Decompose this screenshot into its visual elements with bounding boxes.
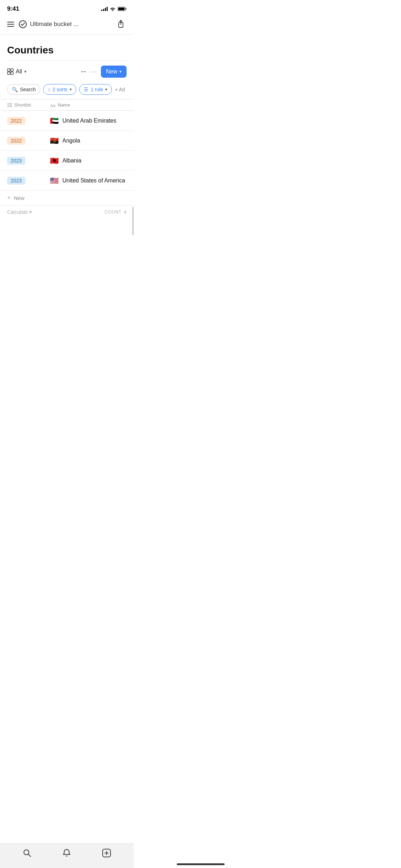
name-column-header: Aa Name — [50, 102, 127, 108]
nav-left: Ultimate bucket ... — [7, 20, 78, 29]
cell-name-0: 🇦🇪United Arab Emirates — [50, 117, 127, 125]
count-value: 4 — [124, 209, 127, 215]
share-button[interactable] — [115, 19, 127, 30]
sorts-chevron-icon: ▾ — [70, 87, 72, 92]
svg-rect-1 — [118, 8, 125, 10]
search-filter-icon: 🔍 — [12, 87, 18, 92]
add-row-footer: + New — [0, 191, 134, 205]
new-button-label: New — [106, 68, 117, 75]
count-label: COUNT — [105, 210, 122, 215]
country-name-2: Albania — [62, 157, 81, 164]
nav-bar: Ultimate bucket ... — [0, 16, 134, 35]
table-row[interactable]: 2022🇦🇪United Arab Emirates — [0, 111, 134, 131]
scroll-indicator — [132, 207, 134, 235]
name-column-icon: Aa — [50, 103, 56, 108]
name-column-label: Name — [58, 102, 70, 108]
calculate-label: Calculate — [7, 209, 28, 215]
battery-icon — [118, 7, 127, 11]
grid-view-icon — [7, 68, 14, 75]
table-rows: 2022🇦🇪United Arab Emirates2022🇦🇴Angola20… — [0, 111, 134, 191]
flag-icon-3: 🇺🇸 — [50, 176, 59, 185]
toolbar-right: ⤢ ··· New ▾ — [81, 66, 127, 78]
share-icon — [117, 20, 125, 29]
country-name-1: Angola — [62, 138, 80, 144]
view-selector[interactable]: All ▾ — [7, 68, 26, 75]
cell-shortlist-0: 2022 — [7, 117, 50, 125]
table-row[interactable]: 2023🇦🇱Albania — [0, 151, 134, 171]
page-title: Countries — [7, 45, 127, 56]
add-filter-label: + Ad — [115, 87, 125, 92]
nav-title-group: Ultimate bucket ... — [19, 20, 78, 29]
more-options-icon[interactable]: ··· — [90, 68, 97, 76]
flag-icon-0: 🇦🇪 — [50, 117, 59, 125]
country-name-0: United Arab Emirates — [62, 118, 116, 124]
count-display: COUNT 4 — [105, 209, 127, 215]
cell-name-3: 🇺🇸United States of America — [50, 176, 127, 185]
table-header: Shortlist Aa Name — [0, 99, 134, 111]
search-filter-label: Search — [20, 87, 36, 92]
svg-rect-4 — [7, 69, 10, 71]
add-row-plus-icon: + — [7, 194, 11, 202]
filter-bar: 🔍 Search ↕ 2 sorts ▾ ☰ 1 rule ▾ + Ad — [0, 83, 134, 99]
table: Shortlist Aa Name 2022🇦🇪United Arab Emir… — [0, 99, 134, 218]
status-icons — [101, 7, 127, 11]
status-time: 9:41 — [7, 5, 19, 12]
toolbar-left: All ▾ — [7, 68, 26, 75]
cell-shortlist-1: 2022 — [7, 137, 50, 145]
table-row[interactable]: 2023🇺🇸United States of America — [0, 171, 134, 191]
sorts-filter-label: 2 sorts — [52, 87, 67, 92]
add-filter-button[interactable]: + Ad — [115, 87, 125, 92]
svg-rect-5 — [11, 69, 13, 71]
cell-shortlist-2: 2023 — [7, 157, 50, 165]
add-row-label: New — [14, 195, 25, 201]
svg-rect-7 — [11, 72, 13, 74]
cell-name-2: 🇦🇱Albania — [50, 156, 127, 165]
search-filter-chip[interactable]: 🔍 Search — [7, 84, 40, 95]
new-button[interactable]: New ▾ — [101, 66, 127, 78]
svg-point-2 — [19, 21, 26, 28]
rule-filter-chip[interactable]: ☰ 1 rule ▾ — [79, 84, 112, 95]
wifi-icon — [110, 7, 115, 11]
new-button-chevron-icon: ▾ — [119, 69, 122, 74]
add-new-row-button[interactable]: + New — [7, 194, 25, 202]
status-bar: 9:41 — [0, 0, 134, 16]
svg-text:Aa: Aa — [50, 103, 55, 108]
rule-filter-icon: ☰ — [84, 87, 88, 92]
shortlist-column-header: Shortlist — [7, 102, 50, 108]
view-chevron-icon: ▾ — [24, 69, 26, 74]
shortlist-icon — [7, 103, 12, 108]
expand-icon[interactable]: ⤢ — [79, 67, 88, 76]
shortlist-column-label: Shortlist — [14, 102, 31, 108]
country-name-3: United States of America — [62, 177, 125, 184]
rule-chevron-icon: ▾ — [105, 87, 107, 92]
calculate-button[interactable]: Calculate ▾ — [7, 209, 32, 215]
cell-shortlist-3: 2023 — [7, 177, 50, 185]
view-label: All — [16, 68, 22, 75]
toolbar: All ▾ ⤢ ··· New ▾ — [0, 61, 134, 83]
hamburger-menu-icon[interactable] — [7, 22, 14, 27]
nav-title: Ultimate bucket ... — [30, 21, 78, 28]
page-header: Countries — [0, 35, 134, 60]
year-badge-0: 2022 — [7, 117, 25, 125]
signal-icon — [101, 7, 108, 11]
checkmark-circle-icon — [19, 20, 27, 29]
flag-icon-1: 🇦🇴 — [50, 136, 59, 145]
cell-name-1: 🇦🇴Angola — [50, 136, 127, 145]
year-badge-1: 2022 — [7, 137, 25, 145]
year-badge-3: 2023 — [7, 177, 25, 185]
year-badge-2: 2023 — [7, 157, 25, 165]
calculate-row: Calculate ▾ COUNT 4 — [0, 205, 134, 218]
calculate-chevron-icon: ▾ — [29, 209, 32, 215]
sorts-filter-icon: ↕ — [48, 87, 50, 92]
svg-rect-6 — [7, 72, 10, 74]
sorts-filter-chip[interactable]: ↕ 2 sorts ▾ — [43, 84, 76, 95]
table-row[interactable]: 2022🇦🇴Angola — [0, 131, 134, 151]
rule-filter-label: 1 rule — [91, 87, 103, 92]
flag-icon-2: 🇦🇱 — [50, 156, 59, 165]
